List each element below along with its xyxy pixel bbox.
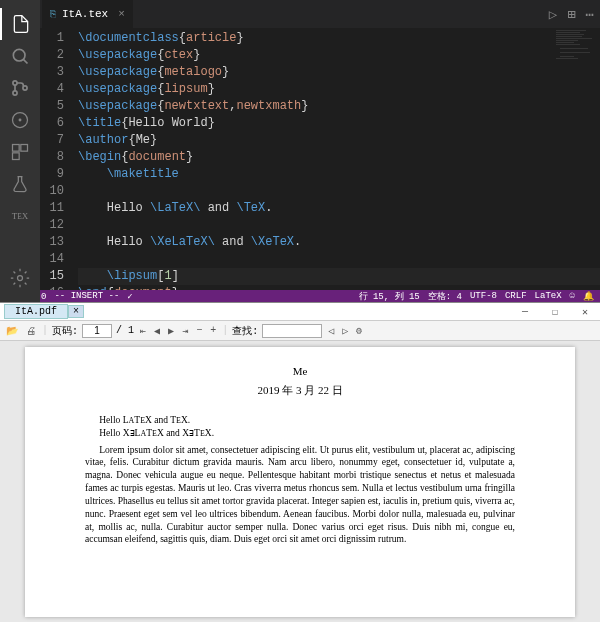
status-feedback[interactable]: ☺ (570, 291, 575, 301)
tab-active[interactable]: ⎘ ItA.tex × (42, 0, 133, 28)
nav-prev-icon[interactable]: ◀ (152, 325, 162, 337)
status-spaces[interactable]: 空格: 4 (428, 290, 462, 303)
status-encoding[interactable]: UTF-8 (470, 291, 497, 301)
status-eol[interactable]: CRLF (505, 291, 527, 301)
search-input[interactable] (262, 324, 322, 338)
code-editor[interactable]: 12345678910111213141516 \documentclass{a… (40, 28, 600, 290)
nav-last-icon[interactable]: ⇥ (180, 325, 190, 337)
split-icon[interactable]: ⊞ (567, 6, 575, 23)
tab-filename: ItA.tex (62, 8, 108, 20)
find-opts-icon[interactable]: ⚙ (354, 325, 364, 337)
pdf-lipsum: Lorem ipsum dolor sit amet, consectetuer… (85, 444, 515, 547)
pdf-page: Me 2019 年 3 月 22 日 Hello LATEX and TEX. … (25, 347, 575, 617)
viewer-titlebar: ItA.pdf × — ☐ ✕ (0, 303, 600, 321)
pdf-line-latex: Hello LATEX and TEX. (85, 414, 515, 427)
search-icon[interactable] (0, 40, 40, 72)
pdf-viewer: ItA.pdf × — ☐ ✕ 📂 🖨 | 页码: / 1 ⇤ ◀ ▶ ⇥ − … (0, 302, 600, 622)
nav-next-icon[interactable]: ▶ (166, 325, 176, 337)
viewer-tab-name: ItA.pdf (15, 306, 57, 317)
code-content[interactable]: \documentclass{article}\usepackage{ctex}… (78, 28, 600, 290)
minimize-icon[interactable]: — (510, 306, 540, 318)
svg-point-9 (18, 276, 23, 281)
print-icon[interactable]: 🖨 (24, 325, 38, 337)
extensions-icon[interactable] (0, 136, 40, 168)
viewer-tab[interactable]: ItA.pdf (4, 304, 68, 319)
find-next-icon[interactable]: ▷ (340, 325, 350, 337)
maximize-icon[interactable]: ☐ (540, 306, 570, 318)
close-icon[interactable]: × (118, 8, 125, 20)
svg-point-2 (13, 91, 17, 95)
pdf-date: 2019 年 3 月 22 日 (85, 383, 515, 398)
window-close-icon[interactable]: ✕ (570, 306, 600, 318)
search-label: 查找: (232, 324, 258, 338)
zoom-out-icon[interactable]: − (194, 325, 204, 336)
more-icon[interactable]: ⋯ (586, 6, 594, 23)
status-cursor[interactable]: 行 15, 列 15 (359, 290, 420, 303)
svg-point-5 (19, 119, 21, 121)
editor-actions: ▷ ⊞ ⋯ (549, 6, 594, 23)
svg-rect-6 (13, 145, 20, 152)
page-total: / 1 (116, 325, 134, 336)
status-mode: -- INSERT -- (54, 291, 119, 301)
page-number-input[interactable] (82, 324, 112, 338)
find-prev-icon[interactable]: ◁ (326, 325, 336, 337)
svg-point-3 (23, 86, 27, 90)
open-file-icon[interactable]: 📂 (4, 325, 20, 337)
pdf-author: Me (85, 365, 515, 377)
viewer-tab-close[interactable]: × (68, 305, 84, 318)
minimap[interactable] (552, 28, 600, 290)
settings-gear-icon[interactable] (0, 262, 40, 294)
zoom-in-icon[interactable]: + (208, 325, 218, 336)
svg-rect-8 (13, 153, 20, 160)
nav-first-icon[interactable]: ⇤ (138, 325, 148, 337)
explorer-icon[interactable] (0, 8, 40, 40)
status-check[interactable]: ✓ (127, 291, 132, 302)
svg-point-0 (13, 49, 25, 61)
source-control-icon[interactable] (0, 72, 40, 104)
viewer-toolbar: 📂 🖨 | 页码: / 1 ⇤ ◀ ▶ ⇥ − + | 查找: ◁ ▷ ⚙ (0, 321, 600, 341)
debug-icon[interactable] (0, 104, 40, 136)
pdf-line-xelatex: Hello XƎLATEX and XƎTEX. (85, 427, 515, 440)
svg-rect-7 (21, 145, 28, 152)
tex-file-icon: ⎘ (50, 9, 56, 20)
status-bell[interactable]: 🔔 (583, 291, 594, 302)
tab-bar: ⎘ ItA.tex × ▷ ⊞ ⋯ (40, 0, 600, 28)
activity-bar: TEX (0, 0, 40, 302)
status-bar: ⊗ 0 ⚠ 0 -- INSERT -- ✓ 行 15, 列 15 空格: 4 … (0, 290, 600, 302)
status-lang[interactable]: LaTeX (535, 291, 562, 301)
run-icon[interactable]: ▷ (549, 6, 557, 23)
tex-icon[interactable]: TEX (0, 200, 40, 232)
page-label: 页码: (52, 324, 78, 338)
svg-point-1 (13, 81, 17, 85)
flask-icon[interactable] (0, 168, 40, 200)
line-gutter: 12345678910111213141516 (40, 28, 78, 290)
